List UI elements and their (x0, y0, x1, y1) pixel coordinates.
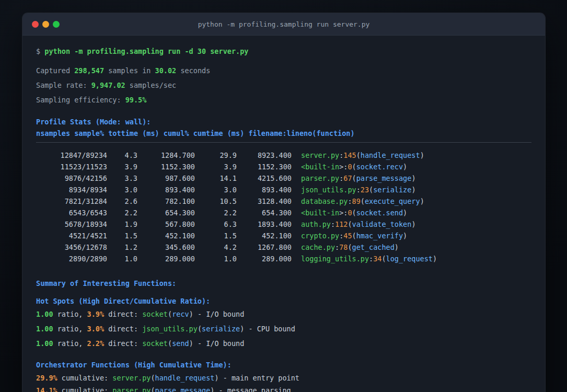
captured-samples-value: 298,547 (74, 66, 104, 75)
separator: : (335, 243, 339, 251)
function-name: serialize (373, 186, 411, 194)
function-name: handle_request (155, 374, 215, 382)
nsamples-cell: 12847/89234 (36, 149, 107, 161)
filename: auth.py (301, 220, 331, 228)
ratio-label: ratio, (53, 310, 87, 318)
paren-close: ) (403, 163, 407, 171)
separator: >: (339, 209, 348, 217)
function-name: log_request (386, 255, 433, 263)
location-cell: parser.py:67(parse_message) (301, 172, 416, 184)
location-cell: database.py:89(execute_query) (301, 195, 424, 207)
location-cell: cache.py:78(get_cached) (301, 241, 399, 253)
paren-open: ( (168, 339, 172, 348)
table-header: nsamples sample% tottime (ms) cumul% cum… (36, 129, 531, 137)
tottime-cell: 654.300 (137, 207, 195, 218)
sample-rate-line: Sample rate: 9,947.02 samples/sec (36, 81, 531, 89)
function-name: recv (172, 310, 189, 318)
profile-stats-heading: Profile Stats (Mode: wall): (36, 118, 531, 126)
tottime-cell: 1284.700 (137, 149, 195, 161)
paren-close: ) (411, 174, 415, 182)
sample-pct-cell: 1.2 (107, 241, 137, 253)
minimize-button[interactable] (42, 21, 49, 28)
function-name: socket.recv (356, 163, 403, 171)
function-name: hmac_verify (356, 232, 403, 240)
function-name: send (172, 339, 189, 348)
function-name: parse_message (356, 174, 412, 182)
sample-pct-cell: 1.5 (107, 230, 137, 241)
cumtime-cell: 289.000 (237, 253, 292, 264)
nsamples-cell: 5678/18934 (36, 218, 107, 230)
function-name: parse_message (155, 386, 211, 392)
location-cell: logging_utils.py:34(log_request) (301, 253, 437, 264)
direct-pct-value: 3.9% (87, 310, 105, 318)
filename: cache.py (301, 243, 335, 251)
nsamples-cell: 11523/11523 (36, 161, 107, 172)
cumtime-cell: 8923.400 (237, 149, 292, 161)
hotspots-heading: Hot Spots (High Direct/Cumulative Ratio)… (36, 297, 531, 305)
close-button[interactable] (32, 21, 39, 28)
captured-label: Captured (36, 66, 74, 75)
cumul-pct-cell: 1.5 (195, 230, 237, 241)
hotspots-list: 1.00 ratio, 3.9% direct: socket(recv) - … (36, 307, 531, 351)
filename: <built-in (301, 163, 339, 171)
terminal-window: python -m profiling.sampling run server.… (22, 13, 546, 392)
table-row: 9876/421563.3987.60014.14215.600parser.p… (36, 172, 531, 184)
nsamples-cell: 2890/2890 (36, 253, 107, 264)
tottime-cell: 345.600 (137, 241, 195, 253)
filename: socket (142, 339, 168, 348)
ratio-value: 1.00 (36, 339, 53, 348)
nsamples-cell: 7821/31284 (36, 195, 107, 207)
tottime-cell: 893.400 (137, 184, 195, 195)
paren-close: ) (395, 243, 399, 251)
maximize-button[interactable] (53, 21, 60, 28)
window-title: python -m profiling.sampling run server.… (198, 20, 370, 28)
line-number: 145 (343, 151, 356, 159)
paren-close: ) (411, 186, 415, 194)
table-row: 4521/45211.5452.1001.5452.100crypto.py:4… (36, 230, 531, 241)
line-number: 0 (348, 163, 352, 171)
filename: server.py (301, 151, 339, 159)
sample-pct-cell: 3.0 (107, 184, 137, 195)
captured-label-3: seconds (176, 66, 210, 75)
sample-pct-cell: 3.3 (107, 172, 137, 184)
orchestrators-heading: Orchestrator Functions (High Cumulative … (36, 361, 531, 369)
line-number: 89 (352, 197, 361, 205)
line-number: 112 (335, 220, 348, 228)
paren-open: ( (348, 243, 352, 251)
paren-close: ) (420, 151, 424, 159)
separator: : (356, 186, 361, 194)
role-note: - main entry point (219, 374, 299, 382)
filename: json_utils.py (142, 325, 198, 333)
filename: server.py (112, 374, 151, 382)
sample-pct-cell: 4.3 (107, 149, 137, 161)
profile-table: 12847/892344.31284.70029.98923.400server… (36, 149, 531, 264)
cumtime-cell: 3128.400 (237, 195, 292, 207)
tottime-cell: 289.000 (137, 253, 195, 264)
function-name: validate_token (352, 220, 412, 228)
direct-label: direct: (104, 310, 142, 318)
orchestrator-line: 14.1% cumulative: parser.py(parse_messag… (36, 384, 531, 392)
titlebar: python -m profiling.sampling run server.… (22, 13, 545, 36)
cumtime-cell: 654.300 (237, 207, 292, 218)
location-cell: server.py:145(handle_request) (301, 149, 424, 161)
paren-close: ) (420, 197, 424, 205)
paren-close: ) (189, 310, 193, 318)
function-name: socket.send (356, 209, 403, 217)
line-number: 45 (343, 232, 352, 240)
paren-close: ) (189, 339, 193, 348)
cumul-pct-cell: 6.3 (195, 218, 237, 230)
location-cell: json_utils.py:23(serialize) (301, 184, 416, 195)
separator: : (348, 197, 352, 205)
sample-rate-suffix: samples/sec (125, 81, 177, 89)
tottime-cell: 782.100 (137, 195, 195, 207)
captured-line: Captured 298,547 samples in 30.02 second… (36, 66, 531, 75)
line-number: 78 (339, 243, 348, 251)
paren-open: ( (198, 325, 202, 333)
filename: crypto.py (301, 232, 339, 240)
direct-pct-value: 2.2% (87, 339, 105, 348)
hotspot-line: 1.00 ratio, 2.2% direct: socket(send) - … (36, 336, 531, 351)
window-controls (32, 21, 60, 28)
table-row: 3456/126781.2345.6004.21267.800cache.py:… (36, 241, 531, 253)
paren-close: ) (411, 220, 415, 228)
paren-open: ( (352, 232, 356, 240)
